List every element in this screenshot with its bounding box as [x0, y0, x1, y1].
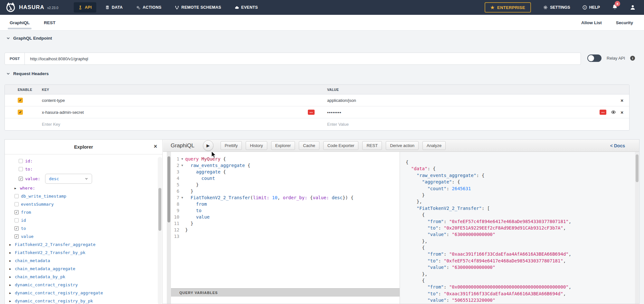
explorer-item-value[interactable]: ✓value:desc [5, 173, 162, 184]
request-headers-section-toggle[interactable]: Request Headers [6, 71, 49, 76]
user-icon[interactable] [630, 5, 636, 10]
explorer-button[interactable]: Explorer [271, 141, 295, 150]
editor-scrollbar-track[interactable] [167, 152, 171, 304]
explorer-item-to[interactable]: ✓to [5, 224, 162, 232]
docs-button[interactable]: < Docs [610, 143, 625, 148]
explorer-item-id[interactable]: id: [5, 157, 162, 165]
nav-item-actions[interactable]: ACTIONS [132, 2, 166, 13]
remove-header-icon[interactable]: × [620, 110, 623, 115]
expand-arrow-icon[interactable]: ▶ [9, 259, 13, 262]
field-checkbox[interactable] [14, 218, 19, 222]
explorer-scrollbar-thumb[interactable] [158, 188, 161, 231]
settings-button[interactable]: SETTINGS [543, 5, 570, 10]
line-number: 6 [171, 188, 179, 194]
header-key-input[interactable]: content-type [42, 98, 65, 103]
explorer-item-FiatTokenV2_2_Transfer_by_pk[interactable]: ▶FiatTokenV2_2_Transfer_by_pk [5, 249, 162, 257]
expand-arrow-icon[interactable]: ▶ [9, 291, 13, 295]
header-key-input[interactable]: x-hasura-admin-secret [42, 110, 84, 115]
graphql-endpoint-section-toggle[interactable]: GraphQL Endpoint [6, 36, 52, 41]
field-checkbox[interactable]: ✓ [19, 177, 23, 181]
analyze-button[interactable]: Analyze [422, 141, 446, 150]
result-line-3: "raw_events_aggregate": { [406, 172, 639, 179]
fold-arrow-icon[interactable]: ▼ [179, 156, 185, 162]
prettify-button[interactable]: Prettify [221, 141, 242, 150]
results-scrollbar-thumb[interactable] [636, 154, 639, 182]
history-button[interactable]: History [246, 141, 267, 150]
field-checkbox[interactable] [19, 159, 23, 163]
endpoint-url-input[interactable]: http://localhost:8080/v1/graphql [25, 53, 581, 64]
result-line-19: { [406, 277, 639, 284]
explorer-item-chain_metadata[interactable]: ▶chain_metadata [5, 257, 162, 265]
expand-arrow-icon[interactable]: ▶ [9, 243, 13, 246]
explorer-item-where[interactable]: ▶where: [5, 184, 162, 192]
explorer-item-label: id [21, 218, 26, 223]
derive-action-button[interactable]: Derive action [386, 141, 419, 150]
close-icon[interactable]: × [154, 143, 157, 149]
editor-line-7: 7▼ FiatTokenV2_2_Transfer(limit: 10, ord… [171, 194, 400, 201]
relay-api-toggle[interactable] [587, 54, 601, 62]
editor-line-4: 4 count [171, 175, 400, 181]
code-exporter-button[interactable]: Code Exporter [323, 141, 359, 150]
field-checkbox[interactable]: ✓ [14, 226, 19, 230]
expand-arrow-icon[interactable]: ▶ [9, 275, 13, 279]
fold-arrow-icon[interactable]: ▼ [179, 162, 185, 169]
expand-arrow-icon[interactable]: ▶ [9, 299, 13, 303]
fold-arrow-icon[interactable]: ▼ [179, 194, 185, 201]
query-editor[interactable]: 1▼query MyQuery {2▼ raw_events_aggregate… [171, 152, 400, 304]
tab-graphiql[interactable]: GraphiQL [10, 15, 30, 30]
gear-icon [543, 5, 548, 10]
new-header-value-input[interactable]: Enter Value [319, 122, 629, 127]
field-checkbox[interactable] [14, 194, 19, 198]
nav-item-data[interactable]: DATA [101, 2, 127, 13]
code-text: count [185, 175, 215, 181]
enterprise-button[interactable]: ★ ENTERPRISE [485, 2, 531, 13]
header-value-input[interactable]: •••••••• [327, 110, 341, 115]
explorer-item-id[interactable]: id [5, 216, 162, 224]
execute-query-button[interactable]: ▶ [203, 140, 213, 151]
expand-arrow-icon[interactable]: ▶ [9, 283, 13, 287]
code-text: value [185, 214, 210, 220]
explorer-item-dynamic_contract_registry_aggregate[interactable]: ▶dynamic_contract_registry_aggregate [5, 289, 162, 297]
explorer-item-value[interactable]: ✓value [5, 232, 162, 240]
hasura-brand[interactable]: HASURA v2.23.0 [5, 2, 58, 13]
info-icon[interactable]: i [630, 56, 635, 61]
field-checkbox[interactable] [14, 202, 19, 206]
enable-checkbox[interactable]: ✓ [18, 110, 23, 115]
explorer-item-eventsSummary[interactable]: eventsSummary [5, 200, 162, 208]
nav-item-events[interactable]: EVENTS [230, 2, 262, 13]
link-security[interactable]: Security [616, 20, 633, 25]
new-header-key-input[interactable]: Enter Key [42, 122, 319, 127]
header-value-input[interactable]: application/json [327, 98, 356, 103]
cache-button[interactable]: Cache [299, 141, 319, 150]
editor-scrollbar-thumb[interactable] [167, 156, 170, 222]
explorer-item-dynamic_contract_registry[interactable]: ▶dynamic_contract_registry [5, 281, 162, 289]
notifications-button[interactable]: 8 [612, 4, 618, 11]
explorer-item-chain_metadata_by_pk[interactable]: ▶chain_metadata_by_pk [5, 273, 162, 281]
gears-icon [136, 5, 140, 10]
eye-icon[interactable] [611, 110, 616, 115]
field-checkbox[interactable]: ✓ [14, 234, 19, 239]
nav-item-api[interactable]: API [74, 2, 96, 13]
field-checkbox[interactable] [19, 167, 23, 171]
expand-arrow-icon[interactable]: ▶ [9, 267, 13, 270]
field-checkbox[interactable]: ✓ [14, 210, 19, 214]
link-allow-list[interactable]: Allow List [581, 20, 602, 25]
rest-button[interactable]: REST [362, 141, 382, 150]
explorer-item-dynamic_contract_registry_by_pk[interactable]: ▶dynamic_contract_registry_by_pk [5, 297, 162, 304]
expand-arrow-icon[interactable]: ▶ [9, 251, 13, 254]
nav-item-remote-schemas[interactable]: REMOTE SCHEMAS [170, 2, 226, 13]
explorer-item-FiatTokenV2_2_Transfer_aggregate[interactable]: ▶FiatTokenV2_2_Transfer_aggregate [5, 240, 162, 249]
tab-rest[interactable]: REST [44, 15, 55, 30]
explorer-item-db_write_timestamp[interactable]: db_write_timestamp [5, 192, 162, 200]
expand-arrow-icon[interactable]: ▶ [14, 187, 18, 190]
explorer-item-chain_metadata_aggregate[interactable]: ▶chain_metadata_aggregate [5, 265, 162, 273]
explorer-item-to[interactable]: to: [5, 165, 162, 173]
remove-header-icon[interactable]: × [620, 98, 623, 103]
query-variables-input[interactable] [171, 297, 400, 304]
order-direction-select[interactable]: desc [45, 174, 92, 184]
explorer-item-from[interactable]: ✓from [5, 208, 162, 216]
enable-checkbox[interactable]: ✓ [18, 98, 23, 103]
hasura-logo-icon [5, 2, 16, 13]
help-button[interactable]: ? HELP [582, 5, 600, 10]
query-variables-bar[interactable]: QUERY VARIABLES [171, 288, 400, 297]
